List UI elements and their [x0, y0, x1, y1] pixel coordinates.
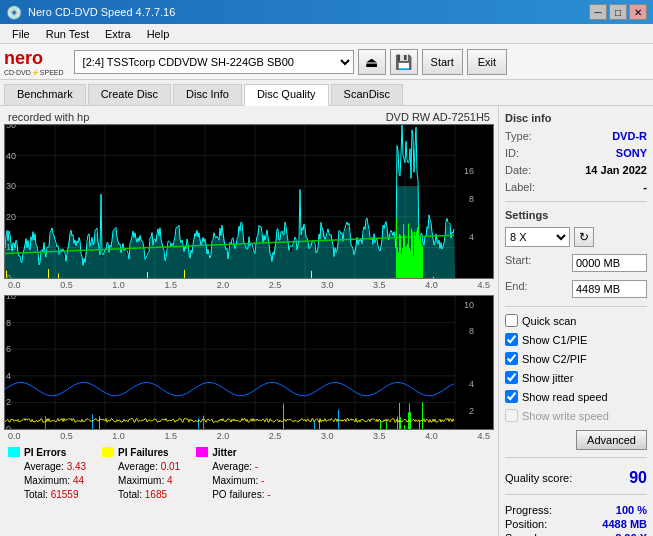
pi-failures-avg: Average: 0.01	[118, 460, 180, 474]
maximize-button[interactable]: □	[609, 4, 627, 20]
app-icon: 💿	[6, 5, 22, 20]
tab-disc-info[interactable]: Disc Info	[173, 84, 242, 105]
tab-disc-quality[interactable]: Disc Quality	[244, 84, 329, 106]
pi-failures-color	[102, 447, 114, 457]
eject-icon-btn[interactable]: ⏏	[358, 49, 386, 75]
start-button[interactable]: Start	[422, 49, 463, 75]
menu-run-test[interactable]: Run Test	[38, 26, 97, 42]
start-input[interactable]	[572, 254, 647, 272]
lx5: 2.5	[269, 431, 282, 441]
tab-benchmark[interactable]: Benchmark	[4, 84, 86, 105]
upper-chart-wrapper	[4, 124, 494, 279]
legend-pi-errors: PI Errors Average: 3.43 Maximum: 44 Tota…	[8, 446, 86, 502]
title-bar-left: 💿 Nero CD-DVD Speed 4.7.7.16	[6, 5, 175, 20]
x2: 1.0	[112, 280, 125, 290]
save-icon-btn[interactable]: 💾	[390, 49, 418, 75]
legend-area: PI Errors Average: 3.43 Maximum: 44 Tota…	[4, 442, 494, 504]
menu-bar: File Run Test Extra Help	[0, 24, 653, 44]
chart-area: recorded with hp DVD RW AD-7251H5 0.0 0.…	[0, 106, 498, 536]
menu-extra[interactable]: Extra	[97, 26, 139, 42]
settings-speed-row: 8 X ↻	[505, 227, 647, 247]
x6: 3.0	[321, 280, 334, 290]
close-button[interactable]: ✕	[629, 4, 647, 20]
show-c2-checkbox[interactable]	[505, 352, 518, 365]
x1: 0.5	[60, 280, 73, 290]
lower-x-axis: 0.0 0.5 1.0 1.5 2.0 2.5 3.0 3.5 4.0 4.5	[4, 430, 494, 442]
lx9: 4.5	[477, 431, 490, 441]
po-failures: PO failures: -	[212, 488, 270, 502]
chart-title-left: recorded with hp	[8, 111, 89, 123]
speed-row: Speed: 8.26 X	[505, 532, 647, 536]
end-input[interactable]	[572, 280, 647, 298]
legend-jitter-text: Jitter Average: - Maximum: - PO failures…	[212, 446, 270, 502]
jitter-avg: Average: -	[212, 460, 270, 474]
menu-file[interactable]: File	[4, 26, 38, 42]
minimize-button[interactable]: ─	[589, 4, 607, 20]
menu-help[interactable]: Help	[139, 26, 178, 42]
legend-pi-failures-text: PI Failures Average: 0.01 Maximum: 4 Tot…	[118, 446, 180, 502]
nero-logo-text: nero	[4, 48, 64, 69]
title-bar: 💿 Nero CD-DVD Speed 4.7.7.16 ─ □ ✕	[0, 0, 653, 24]
nero-logo: nero CD·DVD⚡SPEED	[4, 48, 64, 76]
quick-scan-checkbox[interactable]	[505, 314, 518, 327]
window-title: Nero CD-DVD Speed 4.7.7.16	[28, 6, 175, 18]
lx2: 1.0	[112, 431, 125, 441]
disc-label-row: Label: -	[505, 181, 647, 193]
lower-chart	[4, 295, 494, 430]
drive-select[interactable]: [2:4] TSSTcorp CDDVDW SH-224GB SB00	[74, 50, 354, 74]
show-read-speed-checkbox[interactable]	[505, 390, 518, 403]
divider-2	[505, 306, 647, 307]
end-row: End:	[505, 280, 647, 298]
upper-x-axis: 0.0 0.5 1.0 1.5 2.0 2.5 3.0 3.5 4.0 4.5	[4, 279, 494, 291]
advanced-button[interactable]: Advanced	[576, 430, 647, 450]
x9: 4.5	[477, 280, 490, 290]
show-write-speed-checkbox[interactable]	[505, 409, 518, 422]
advanced-btn-container: Advanced	[505, 428, 647, 450]
chart-title: recorded with hp DVD RW AD-7251H5	[4, 110, 494, 124]
right-panel: Disc info Type: DVD-R ID: SONY Date: 14 …	[498, 106, 653, 536]
tab-scan-disc[interactable]: ScanDisc	[331, 84, 403, 105]
main-content: recorded with hp DVD RW AD-7251H5 0.0 0.…	[0, 106, 653, 536]
jitter-max: Maximum: -	[212, 474, 270, 488]
show-read-speed-row: Show read speed	[505, 390, 647, 403]
x7: 3.5	[373, 280, 386, 290]
position-row: Position: 4488 MB	[505, 518, 647, 530]
x4: 2.0	[217, 280, 230, 290]
pi-errors-max: Maximum: 44	[24, 474, 86, 488]
speed-select[interactable]: 8 X	[505, 227, 570, 247]
chart-title-right: DVD RW AD-7251H5	[386, 111, 490, 123]
x3: 1.5	[164, 280, 177, 290]
show-c1-checkbox[interactable]	[505, 333, 518, 346]
progress-row: Progress: 100 %	[505, 504, 647, 516]
lx7: 3.5	[373, 431, 386, 441]
x8: 4.0	[425, 280, 438, 290]
divider-1	[505, 201, 647, 202]
disc-id-row: ID: SONY	[505, 147, 647, 159]
pi-failures-max: Maximum: 4	[118, 474, 180, 488]
toolbar: nero CD·DVD⚡SPEED [2:4] TSSTcorp CDDVDW …	[0, 44, 653, 80]
quality-score-row: Quality score: 90	[505, 469, 647, 487]
divider-4	[505, 494, 647, 495]
legend-pi-failures: PI Failures Average: 0.01 Maximum: 4 Tot…	[102, 446, 180, 502]
upper-chart	[4, 124, 494, 279]
legend-jitter: Jitter Average: - Maximum: - PO failures…	[196, 446, 270, 502]
tab-create-disc[interactable]: Create Disc	[88, 84, 171, 105]
lx0: 0.0	[8, 431, 21, 441]
nero-sub-text: CD·DVD⚡SPEED	[4, 69, 64, 76]
show-c1-row: Show C1/PIE	[505, 333, 647, 346]
x0: 0.0	[8, 280, 21, 290]
show-jitter-checkbox[interactable]	[505, 371, 518, 384]
pi-failures-total: Total: 1685	[118, 488, 180, 502]
disc-type-row: Type: DVD-R	[505, 130, 647, 142]
lx3: 1.5	[164, 431, 177, 441]
lx6: 3.0	[321, 431, 334, 441]
divider-3	[505, 457, 647, 458]
settings-refresh-btn[interactable]: ↻	[574, 227, 594, 247]
progress-section: Progress: 100 % Position: 4488 MB Speed:…	[505, 504, 647, 536]
settings-title: Settings	[505, 209, 647, 221]
exit-button[interactable]: Exit	[467, 49, 507, 75]
show-write-speed-row: Show write speed	[505, 409, 647, 422]
pi-errors-avg: Average: 3.43	[24, 460, 86, 474]
legend-pi-errors-text: PI Errors Average: 3.43 Maximum: 44 Tota…	[24, 446, 86, 502]
pi-errors-color	[8, 447, 20, 457]
